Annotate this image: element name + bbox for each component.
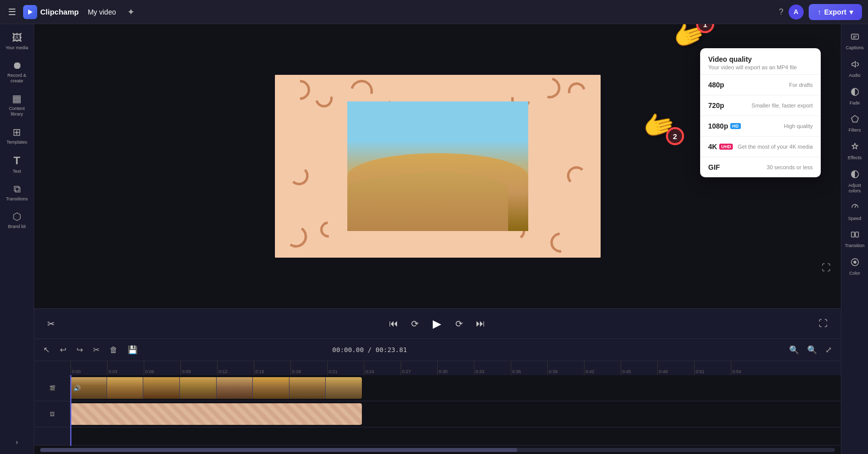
overlay-track-label-text: 🖼 <box>50 411 55 417</box>
overlay-clip[interactable] <box>70 403 362 425</box>
save-button[interactable]: 💾 <box>125 343 141 357</box>
right-sidebar: Captions Audio Fade Filters Effects <box>841 24 868 454</box>
ai-button[interactable]: ✦ <box>125 5 137 20</box>
sidebar-label-record: Record & create <box>4 73 30 84</box>
delete-button[interactable]: 🗑 <box>107 344 121 357</box>
video-clip[interactable]: 🔊 <box>70 377 362 399</box>
cursor-annotation-1: 🫱 1 <box>672 24 705 50</box>
brand-kit-icon: ⬡ <box>13 210 21 222</box>
quality-option-1080p-desc: High quality <box>784 123 813 129</box>
fade-icon <box>850 87 859 99</box>
preview-area: ⛶ Video quality Your video will export a… <box>34 24 841 308</box>
topbar-right: ? A ↑ Export ▾ <box>779 4 862 20</box>
clip-frame <box>143 377 179 399</box>
quality-option-720p-desc: Smaller file, faster export <box>751 102 813 108</box>
sidebar-item-templates[interactable]: ⊞ Templates <box>2 122 32 149</box>
svg-rect-8 <box>851 232 854 237</box>
fullscreen-button[interactable]: ⛶ <box>822 263 831 273</box>
play-pause-button[interactable]: ▶ <box>429 313 445 334</box>
go-to-end-button[interactable]: ⏭ <box>473 315 488 332</box>
video-track-content[interactable]: 🔊 <box>70 375 841 401</box>
playhead[interactable] <box>70 375 71 446</box>
right-tool-audio[interactable]: Audio <box>843 56 867 82</box>
redo-button[interactable]: ↪ <box>73 343 86 357</box>
left-sidebar: 🖼 Your media ⏺ Record & create ▦ Content… <box>0 24 34 454</box>
right-tool-speed[interactable]: Speed <box>843 199 867 225</box>
help-button[interactable]: ? <box>779 8 784 17</box>
sidebar-collapse-button[interactable]: › <box>12 434 22 450</box>
playback-center: ⏮ ⟳ ▶ ⟳ ⏭ <box>386 313 488 334</box>
overlay-track-label: 🖼 <box>34 401 70 427</box>
ruler-mark: 0:06 <box>144 361 180 375</box>
color-icon <box>850 258 859 269</box>
select-tool-button[interactable]: ↖ <box>40 343 53 357</box>
quality-option-4k[interactable]: 4K UHD Get the most of your 4K media <box>700 137 821 157</box>
center-area: ⛶ Video quality Your video will export a… <box>34 24 841 454</box>
quality-option-gif[interactable]: GIF 30 seconds or less <box>700 157 821 177</box>
export-label: Export <box>824 8 846 16</box>
right-tool-filters[interactable]: Filters <box>843 110 867 137</box>
transition-label: Transition <box>845 243 864 249</box>
right-tool-color[interactable]: Color <box>843 254 867 280</box>
svg-point-12 <box>853 261 856 264</box>
quality-option-480p[interactable]: 480p For drafts <box>700 75 821 95</box>
fullscreen-expand-button[interactable]: ⛶ <box>816 315 831 332</box>
hamburger-button[interactable]: ☰ <box>6 5 18 20</box>
record-icon: ⏺ <box>12 60 22 71</box>
templates-icon: ⊞ <box>13 126 21 138</box>
fast-forward-button[interactable]: ⟳ <box>452 315 466 332</box>
ruler-mark: 0:30 <box>437 361 474 375</box>
ruler-mark: 0:51 <box>694 361 731 375</box>
right-tool-fade[interactable]: Fade <box>843 83 867 110</box>
sidebar-item-your-media[interactable]: 🖼 Your media <box>2 28 32 55</box>
empty-track-content <box>70 427 841 445</box>
quality-option-1080p-label: 1080p HD <box>708 122 741 130</box>
magic-cut-button[interactable]: ✂ <box>44 315 58 332</box>
adjust-colors-label: Adjust colors <box>845 183 865 194</box>
ruler-mark: 0:39 <box>547 361 584 375</box>
timeline-scrollbar-thumb[interactable] <box>40 448 517 452</box>
quality-dropdown-header: Video quality Your video will export as … <box>700 48 821 75</box>
ruler-mark: 0:45 <box>621 361 657 375</box>
clip-frame <box>180 377 216 399</box>
sidebar-item-brand-kit[interactable]: ⬡ Brand kit <box>2 206 32 234</box>
sidebar-item-text[interactable]: T Text <box>2 150 32 178</box>
video-title-input[interactable]: My video <box>84 6 120 18</box>
zoom-in-button[interactable]: 🔍 <box>804 343 820 357</box>
adjust-colors-icon <box>850 170 859 181</box>
hand-cursor-2: 🫱 <box>639 106 679 144</box>
right-tool-captions[interactable]: Captions <box>843 28 867 55</box>
sidebar-item-record[interactable]: ⏺ Record & create <box>2 56 32 88</box>
transition-icon <box>850 230 859 242</box>
clip-frame <box>253 377 289 399</box>
right-tool-transition[interactable]: Transition <box>843 226 867 253</box>
playback-bar: ✂ ⏮ ⟳ ▶ ⟳ ⏭ ⛶ <box>34 308 841 338</box>
sidebar-item-transitions[interactable]: ⧉ Transitions <box>2 179 32 206</box>
quality-option-1080p[interactable]: 1080p HD High quality <box>700 116 821 137</box>
overlay-track-content[interactable] <box>70 401 841 427</box>
swirl-decoration <box>567 166 586 185</box>
ruler-marks: 0:00 0:03 0:06 0:09 0:12 0:15 0:18 0:21 … <box>34 361 841 375</box>
user-avatar[interactable]: A <box>789 5 804 20</box>
export-button[interactable]: ↑ Export ▾ <box>809 4 862 20</box>
go-to-start-button[interactable]: ⏮ <box>386 315 401 332</box>
effects-label: Effects <box>848 155 861 161</box>
zoom-controls: 🔍 🔍 ⤢ <box>786 343 835 357</box>
timeline-scrollbar-track[interactable] <box>40 448 835 452</box>
svg-marker-1 <box>28 10 33 15</box>
overlay-track: 🖼 <box>34 401 841 427</box>
speed-icon <box>850 203 859 214</box>
quality-option-720p[interactable]: 720p Smaller file, faster export <box>700 95 821 116</box>
inner-video-frame <box>347 101 528 231</box>
fit-to-window-button[interactable]: ⤢ <box>822 343 835 357</box>
your-media-icon: 🖼 <box>12 32 22 44</box>
sidebar-label-brand-kit: Brand kit <box>8 224 26 230</box>
right-tool-adjust-colors[interactable]: Adjust colors <box>843 166 867 198</box>
right-tool-effects[interactable]: Effects <box>843 138 867 165</box>
undo-button[interactable]: ↩ <box>57 343 69 357</box>
sidebar-item-content-library[interactable]: ▦ Content library <box>2 88 32 121</box>
cut-button[interactable]: ✂ <box>90 343 103 357</box>
quality-option-480p-label: 480p <box>708 81 724 89</box>
rewind-button[interactable]: ⟳ <box>408 315 422 332</box>
zoom-out-button[interactable]: 🔍 <box>786 343 802 357</box>
